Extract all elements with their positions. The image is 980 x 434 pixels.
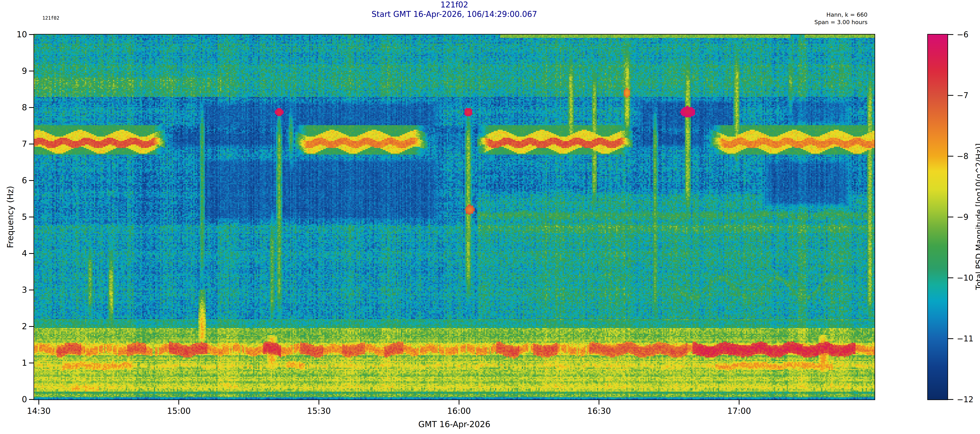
y-tick-mark <box>29 71 34 72</box>
y-tick-label: 4 <box>3 249 27 258</box>
y-tick-label: 0 <box>3 394 27 404</box>
y-tick-mark <box>29 326 34 327</box>
y-tick-label: 6 <box>3 176 27 185</box>
y-tick-label: 2 <box>3 322 27 331</box>
y-tick-mark <box>29 217 34 217</box>
colorbar-tick-label: −6 <box>957 30 969 40</box>
colorbar-label: Total PSD Magnitude [log10(g^2/Hz)] <box>974 144 980 290</box>
colorbar-tick-mark <box>947 338 953 339</box>
y-tick-label: 9 <box>3 66 27 76</box>
colorbar-tick-label: −12 <box>957 394 973 404</box>
spectrogram-canvas <box>34 35 875 399</box>
colorbar-tick-mark <box>947 278 953 278</box>
colorbar-tick-label: −7 <box>957 91 969 100</box>
y-tick-mark <box>29 34 34 35</box>
colorbar-tick-mark <box>947 399 953 400</box>
y-tick-label: 8 <box>3 103 27 112</box>
window-info-block: Hann, k = 660 Span = 3.00 hours <box>706 11 867 26</box>
x-axis-label: GMT 16-Apr-2026 <box>34 420 875 429</box>
y-tick-mark <box>29 253 34 254</box>
x-tick-label: 17:00 <box>714 406 765 416</box>
span-info: Span = 3.00 hours <box>706 18 867 26</box>
y-tick-mark <box>29 107 34 108</box>
colorbar-tick-mark <box>947 217 953 217</box>
x-tick-label: 14:30 <box>13 406 64 416</box>
x-tick-label: 15:30 <box>293 406 344 416</box>
y-tick-label: 7 <box>3 139 27 149</box>
x-tick-mark <box>739 399 740 405</box>
colorbar-tick-label: −8 <box>957 151 969 161</box>
x-tick-label: 15:00 <box>153 406 204 416</box>
y-tick-mark <box>29 399 34 400</box>
colorbar-tick-mark <box>947 156 953 156</box>
x-tick-mark <box>318 399 319 405</box>
colorbar-tick-label: −10 <box>957 273 973 283</box>
y-tick-label: 10 <box>3 30 27 40</box>
y-tick-label: 5 <box>3 212 27 222</box>
page-title: 121f02 <box>34 0 875 10</box>
colorbar-frame <box>927 34 948 400</box>
y-tick-mark <box>29 144 34 144</box>
x-tick-mark <box>459 399 460 405</box>
colorbar-gradient <box>928 35 947 399</box>
x-tick-label: 16:30 <box>573 406 624 416</box>
x-tick-mark <box>178 399 179 405</box>
colorbar-tick-mark <box>947 95 953 96</box>
y-tick-mark <box>29 362 34 363</box>
x-tick-mark <box>598 399 599 405</box>
spectrogram-figure: { "title": { "line1": "121f02", "line2":… <box>0 0 980 434</box>
colorbar-tick-label: −9 <box>957 212 969 222</box>
x-tick-mark <box>38 399 39 405</box>
y-tick-label: 1 <box>3 358 27 368</box>
window-function-info: Hann, k = 660 <box>706 11 867 18</box>
y-tick-label: 3 <box>3 285 27 295</box>
colorbar-tick-label: −11 <box>957 334 973 343</box>
colorbar-tick-mark <box>947 34 953 35</box>
y-tick-mark <box>29 290 34 290</box>
x-tick-label: 16:00 <box>434 406 485 416</box>
y-tick-mark <box>29 180 34 181</box>
